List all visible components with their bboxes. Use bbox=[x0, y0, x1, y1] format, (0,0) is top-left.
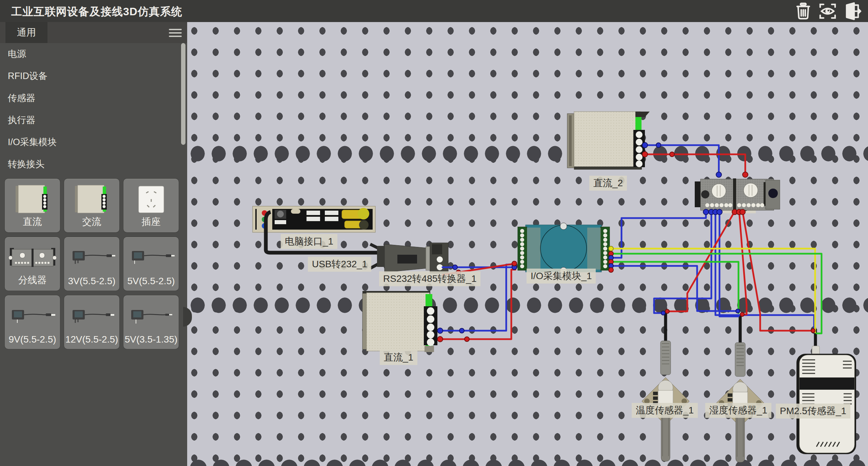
palette-item-splitter[interactable]: 分线器 bbox=[5, 237, 60, 291]
palette-label: 12V(5.5-2.5) bbox=[64, 334, 119, 345]
wire-blue-splitter-io[interactable] bbox=[611, 211, 706, 258]
palette-label: 交流 bbox=[64, 215, 119, 228]
wire-blue-splitter-hum[interactable] bbox=[719, 211, 738, 316]
palette-item-5v-small[interactable]: 5V(3.5-1.35) bbox=[123, 295, 179, 349]
palette-label: 5V(5.5-2.5) bbox=[123, 276, 179, 287]
splitter-icon bbox=[5, 240, 60, 275]
palette-label: 插座 bbox=[123, 215, 179, 228]
tab-general[interactable]: 通用 bbox=[5, 22, 47, 43]
wire-connectors bbox=[437, 142, 815, 342]
power-adapter-icon bbox=[123, 240, 179, 275]
device-label-pm25: PM2.5传感器_1 bbox=[776, 404, 850, 419]
component-palette: 直流 交流 bbox=[5, 179, 182, 349]
device-splitter[interactable] bbox=[695, 178, 780, 210]
power-adapter-icon bbox=[64, 298, 119, 334]
menu-item-power[interactable]: 电源 bbox=[0, 43, 187, 65]
device-label-temp: 温度传感器_1 bbox=[632, 403, 698, 418]
device-temp-sensor[interactable] bbox=[642, 341, 689, 461]
wall-socket-icon bbox=[123, 182, 179, 217]
wire-red-dc2-splitter[interactable] bbox=[644, 154, 745, 175]
device-hum-sensor[interactable] bbox=[716, 343, 764, 462]
device-label-dc1: 直流_1 bbox=[380, 350, 417, 365]
tab-strip: 通用 bbox=[0, 22, 187, 43]
device-label-rs485: RS232转485转换器_1 bbox=[379, 271, 480, 286]
title-bar: 工业互联网设备及接线3D仿真系统 bbox=[0, 0, 868, 22]
palette-label: 9V(5.5-2.5) bbox=[5, 334, 60, 345]
palette-item-dc[interactable]: 直流 bbox=[5, 179, 60, 232]
device-io[interactable] bbox=[518, 223, 610, 274]
device-label-usb232: USB转232_1 bbox=[308, 257, 371, 272]
menu-icon[interactable] bbox=[169, 29, 182, 37]
menu-item-sensor[interactable]: 传感器 bbox=[0, 87, 187, 109]
palette-label: 直流 bbox=[5, 215, 60, 228]
exit-icon[interactable] bbox=[842, 2, 862, 21]
palette-item-5v[interactable]: 5V(5.5-2.5) bbox=[123, 237, 179, 291]
menu-scrollbar[interactable] bbox=[181, 43, 185, 177]
menu-item-rfid[interactable]: RFID设备 bbox=[0, 65, 187, 87]
device-label-pc: 电脑接口_1 bbox=[281, 234, 337, 249]
dc-power-icon bbox=[5, 182, 60, 217]
component-sidebar: 通用 电源 RFID设备 传感器 执行器 I/O采集模块 转换接头 bbox=[0, 22, 187, 466]
power-adapter-icon bbox=[123, 298, 179, 334]
menu-item-actuator[interactable]: 执行器 bbox=[0, 109, 187, 131]
view-focus-icon[interactable] bbox=[818, 2, 837, 21]
device-pm25-sensor[interactable] bbox=[796, 346, 856, 454]
device-label-io: I/O采集模块_1 bbox=[527, 269, 596, 284]
app-window: 工业互联网设备及接线3D仿真系统 bbox=[0, 0, 868, 466]
device-dc2[interactable] bbox=[567, 112, 650, 170]
palette-label: 3V(5.5-2.5) bbox=[64, 276, 119, 287]
device-rs485[interactable] bbox=[370, 243, 448, 273]
palette-item-ac[interactable]: 交流 bbox=[64, 179, 119, 232]
power-adapter-icon bbox=[5, 298, 60, 334]
wire-blue-splitter-right[interactable] bbox=[715, 211, 814, 332]
palette-item-9v[interactable]: 9V(5.5-2.5) bbox=[5, 295, 60, 349]
trash-icon[interactable] bbox=[793, 2, 813, 21]
palette-item-socket[interactable]: 插座 bbox=[123, 179, 179, 232]
palette-label: 5V(3.5-1.35) bbox=[123, 334, 179, 345]
wire-blue-dc2-splitter[interactable] bbox=[644, 145, 719, 175]
palette-item-3v[interactable]: 3V(5.5-2.5) bbox=[64, 237, 119, 291]
menu-item-adapter[interactable]: 转换接头 bbox=[0, 153, 187, 175]
device-label-dc2: 直流_2 bbox=[589, 176, 627, 191]
workspace-canvas[interactable]: 分线器_1 bbox=[187, 22, 868, 466]
category-menu: 电源 RFID设备 传感器 执行器 I/O采集模块 转换接头 bbox=[0, 43, 187, 175]
device-label-hum: 湿度传感器_1 bbox=[705, 403, 771, 418]
palette-label: 分线器 bbox=[5, 274, 60, 287]
power-adapter-icon bbox=[64, 240, 119, 275]
app-title: 工业互联网设备及接线3D仿真系统 bbox=[11, 4, 182, 19]
device-dc1[interactable] bbox=[362, 291, 437, 352]
palette-item-12v[interactable]: 12V(5.5-2.5) bbox=[64, 295, 119, 349]
wire-red-splitter-pm25[interactable] bbox=[743, 211, 813, 331]
menu-item-io[interactable]: I/O采集模块 bbox=[0, 131, 187, 153]
ac-power-icon bbox=[64, 182, 119, 217]
